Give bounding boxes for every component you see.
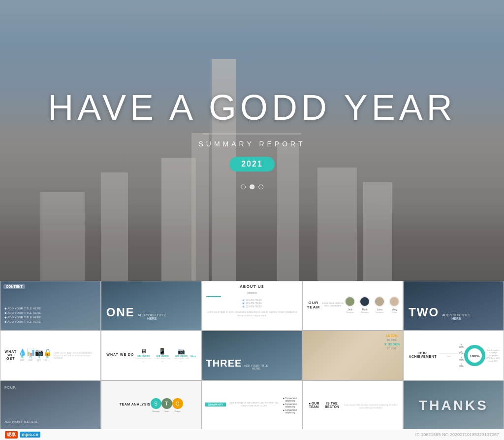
nipic-badge: 昵享 [5, 431, 18, 439]
achievement-title: OUR ACHIEVEMENT [407, 351, 439, 358]
summary-points: ■ Consectetur adipiscing ■ Consectetur a… [281, 397, 299, 414]
achievement-desc: Lorem ipsum dolor sit amet [439, 352, 459, 357]
team-desc: Lorem ipsum dolor sit amet consectetur [321, 302, 345, 307]
enjoy-badge: nipic.cn [20, 432, 40, 438]
what-do-items: 🖥 add caption Lorem ipsum dolor sit 📱 ad… [134, 348, 191, 363]
thumb-content[interactable]: CONTENT ◆ ADD YOUR TITLE HERE ◆ ADD YOUR… [0, 281, 101, 331]
team-analysis-title: TEAM ANALYSIS [120, 403, 151, 406]
svg-text:100%: 100% [470, 354, 479, 358]
what-get-title: WHAT WE GET [3, 350, 18, 360]
thumb-two[interactable]: TWO ADD YOUR TITLEHERE [403, 281, 504, 331]
content-list: ◆ ADD YOUR TITLE HERE ◆ ADD YOUR TITLE H… [4, 305, 41, 324]
team-best-label1: ● OUR TEAM [306, 402, 322, 408]
thanks-label: THANKS [404, 381, 504, 430]
id-number: ID:10621685 NO:20200710185323137087 [415, 432, 499, 437]
hero-subtitle: SUMMARY REPORT [48, 140, 456, 148]
about-text: Follow us 📧 123-456-789-10 📧 123-456-789… [206, 291, 298, 317]
what-do-title: WHAT WE DO [106, 353, 134, 356]
summary-text: HAVE A GREAT OF THE GROWTH, DO THE BEST,… [226, 402, 281, 407]
what-do-more: More [190, 355, 196, 358]
team-best-text: Lorem ipsum dolor sit amet consectetur a… [342, 404, 400, 409]
hero-divider [203, 134, 301, 134]
four-sub: ADD YOUR TITLE HERE [4, 418, 38, 424]
thumb-team-analysis[interactable]: TEAM ANALYSIS S Strategy T Team O Output [101, 380, 202, 430]
thumb-about-us[interactable]: ABOUT US Follow us 📧 123-456-789-10 📧 12… [202, 281, 303, 331]
one-label: ONE ADD YOUR TITLEHERE [106, 305, 166, 320]
team-avatars: Jack Designer Mark Manager Luna Designer… [345, 296, 400, 313]
achievement-content: ● 30% ● 25% ● 40% ● 10% 100% Total Compl… [459, 343, 501, 368]
four-label: FOUR [4, 384, 16, 390]
thumb-what-we-do[interactable]: WHAT WE DO 🖥 add caption Lorem ipsum dol… [101, 331, 202, 380]
thumb-achievement[interactable]: OUR ACHIEVEMENT Lorem ipsum dolor sit am… [403, 331, 504, 380]
thumb-thanks[interactable]: THANKS [403, 380, 504, 430]
thumbnail-grid: CONTENT ◆ ADD YOUR TITLE HERE ◆ ADD YOUR… [0, 281, 504, 440]
what-get-icons: 💧 20 2456 📊 21 1546 📷 14 5471 🔒 30 [18, 348, 52, 361]
team-title: OUR TEAM [306, 301, 321, 309]
hero-content: HAVE A GODD YEAR SUMMARY REPORT 2021 [48, 87, 456, 189]
thumb-three[interactable]: THREE ADD YOUR TITLEHERE [202, 331, 303, 380]
thumb-what-we-get[interactable]: WHAT WE GET 💧 20 2456 📊 21 1546 📷 14 547… [0, 331, 101, 380]
two-label: TWO ADD YOUR TITLEHERE [409, 305, 471, 320]
content-tag: CONTENT [3, 284, 25, 289]
hero-dots [48, 184, 456, 189]
thumb-one[interactable]: ONE ADD YOUR TITLEHERE [101, 281, 202, 331]
about-title: ABOUT US [240, 284, 264, 289]
hero-badge: 2021 [229, 157, 275, 171]
hero-dot-2[interactable] [250, 184, 254, 189]
thumb-four[interactable]: FOUR ADD YOUR TITLE HERE [0, 380, 101, 430]
thumb-summary[interactable]: SUMMARY HAVE A GREAT OF THE GROWTH, DO T… [202, 380, 303, 430]
what-get-text: Lorem ipsum dolor sit amet consectetur a… [52, 352, 97, 359]
hero-section: HAVE A GODD YEAR SUMMARY REPORT 2021 [0, 0, 504, 281]
nipic-logo: 昵享 nipic.cn [5, 431, 40, 439]
hero-dot-1[interactable] [241, 184, 246, 189]
team-best-label2: IS THE BESTON [322, 402, 342, 408]
main-wrapper: HAVE A GODD YEAR SUMMARY REPORT 2021 CON… [0, 0, 504, 440]
summary-tag: SUMMARY [205, 403, 226, 406]
thumb-hand-stats[interactable]: 14.50% 10: 2456 ▼ 32.34% 21: 5546 [302, 331, 403, 380]
team-analysis-icons: S Strategy T Team O Output [151, 398, 183, 412]
hero-title: HAVE A GODD YEAR [48, 87, 456, 128]
stats-numbers: 14.50% 10: 2456 ▼ 32.34% 21: 5546 [384, 334, 400, 350]
hero-dot-3[interactable] [258, 184, 263, 189]
three-label: THREE ADD YOUR TITLEHERE [206, 358, 268, 370]
thumb-our-team[interactable]: OUR TEAM Lorem ipsum dolor sit amet cons… [302, 281, 403, 331]
id-bar: 昵享 nipic.cn ID:10621685 NO:2020071018532… [0, 429, 504, 440]
thumb-team-best[interactable]: ● OUR TEAM IS THE BESTON Lorem ipsum dol… [302, 380, 403, 430]
